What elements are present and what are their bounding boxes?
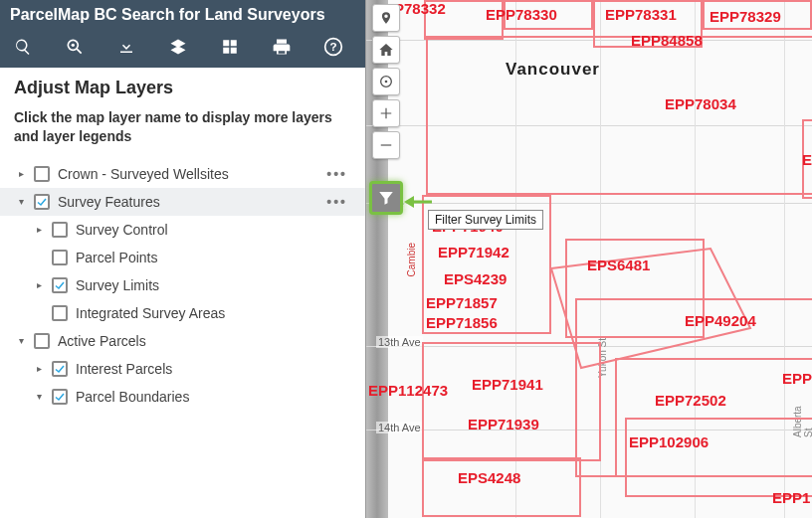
parcel-label: EPP78331 bbox=[605, 6, 677, 23]
filter-icon bbox=[377, 189, 395, 207]
parcel-label: EPP49204 bbox=[685, 312, 756, 329]
parcel-label: EPP71942 bbox=[438, 244, 509, 260]
layer-row[interactable]: ▸Interest Parcels bbox=[14, 355, 351, 383]
svg-point-10 bbox=[385, 81, 388, 84]
parcel-label: EPP84858 bbox=[631, 32, 703, 49]
layer-label[interactable]: Survey Limits bbox=[76, 277, 351, 293]
layers-icon[interactable] bbox=[167, 36, 189, 58]
download-icon[interactable] bbox=[115, 36, 137, 58]
layer-label[interactable]: Parcel Boundaries bbox=[76, 389, 351, 405]
svg-marker-13 bbox=[404, 196, 414, 208]
layer-checkbox[interactable] bbox=[34, 333, 50, 349]
parcel-label: EPP102906 bbox=[629, 433, 709, 450]
layer-checkbox[interactable] bbox=[52, 222, 68, 238]
parcel-label: EPP78330 bbox=[486, 6, 557, 23]
parcel-outline bbox=[422, 457, 581, 517]
search-icon[interactable] bbox=[12, 36, 34, 58]
parcel-label: EPP78034 bbox=[665, 95, 736, 112]
parcel-label: EPS4239 bbox=[444, 270, 507, 287]
parcel-label: EPP71857 bbox=[426, 294, 498, 311]
parcel-label: EPP71941 bbox=[472, 376, 543, 393]
svg-marker-8 bbox=[551, 249, 750, 368]
layer-label[interactable]: Integrated Survey Areas bbox=[76, 305, 351, 321]
panel-heading: Adjust Map Layers bbox=[14, 78, 351, 98]
street-label: Cambie bbox=[406, 243, 417, 276]
zoom-in-button[interactable] bbox=[372, 99, 400, 127]
print-icon[interactable] bbox=[271, 36, 293, 58]
parcel-label: EPP71939 bbox=[468, 416, 539, 432]
svg-rect-2 bbox=[223, 40, 229, 46]
toolbar: ? bbox=[0, 30, 365, 68]
filter-tooltip: Filter Survey Limits bbox=[428, 210, 543, 230]
parcel-label: EPP78329 bbox=[710, 8, 781, 25]
parcel-label: EPP72502 bbox=[655, 392, 726, 409]
svg-point-1 bbox=[72, 44, 75, 47]
layer-panel: Adjust Map Layers Click the map layer na… bbox=[0, 68, 365, 518]
locate-button[interactable] bbox=[372, 4, 400, 32]
svg-rect-4 bbox=[223, 48, 229, 54]
layer-row[interactable]: Integrated Survey Areas bbox=[14, 299, 351, 327]
map-canvas[interactable]: Vancouver 13th Ave 14th Ave 8th Ave Yuko… bbox=[366, 0, 812, 518]
layer-label[interactable]: Survey Features bbox=[58, 194, 326, 210]
left-panel: ParcelMap BC Search for Land Surveyors ?… bbox=[0, 0, 366, 518]
parcel-label: EPP112473 bbox=[368, 382, 448, 399]
layer-row[interactable]: ▸Crown - Surveyed Wellsites••• bbox=[14, 160, 351, 188]
layer-row[interactable]: ▾Parcel Boundaries bbox=[14, 383, 351, 411]
layer-label[interactable]: Parcel Points bbox=[76, 250, 351, 265]
parcel-label: E bbox=[802, 151, 812, 168]
layer-label[interactable]: Survey Control bbox=[76, 222, 351, 238]
help-icon[interactable]: ? bbox=[322, 36, 344, 58]
expand-icon[interactable]: ▸ bbox=[14, 168, 28, 179]
extent-button[interactable] bbox=[372, 68, 400, 95]
parcel-label: EPP1 bbox=[772, 489, 810, 506]
layer-row[interactable]: ▾Active Parcels bbox=[14, 327, 351, 355]
callout-arrow-icon bbox=[404, 193, 434, 211]
layer-label[interactable]: Interest Parcels bbox=[76, 361, 351, 377]
street-label: 14th Ave bbox=[376, 422, 423, 433]
parcel-outline bbox=[426, 36, 812, 195]
parcel-label: EPS6481 bbox=[587, 257, 650, 273]
svg-rect-11 bbox=[381, 144, 392, 145]
expand-icon[interactable]: ▸ bbox=[32, 363, 46, 374]
layer-row[interactable]: ▸Survey Limits bbox=[14, 271, 351, 299]
svg-rect-5 bbox=[231, 48, 237, 54]
layer-checkbox[interactable] bbox=[52, 250, 68, 265]
layer-row[interactable]: Parcel Points bbox=[14, 244, 351, 271]
grid-icon[interactable] bbox=[219, 36, 241, 58]
layer-checkbox[interactable] bbox=[34, 194, 50, 210]
expand-icon[interactable]: ▸ bbox=[32, 279, 46, 290]
layer-checkbox[interactable] bbox=[52, 389, 68, 405]
layer-menu-button[interactable]: ••• bbox=[326, 194, 351, 210]
layer-checkbox[interactable] bbox=[52, 305, 68, 321]
layer-checkbox[interactable] bbox=[52, 361, 68, 377]
parcel-outline bbox=[625, 418, 812, 497]
layer-label[interactable]: Crown - Surveyed Wellsites bbox=[58, 166, 326, 182]
zoom-out-button[interactable] bbox=[372, 131, 400, 159]
expand-icon[interactable]: ▸ bbox=[32, 224, 46, 235]
app-title: ParcelMap BC Search for Land Surveyors bbox=[0, 0, 365, 30]
layer-menu-button[interactable]: ••• bbox=[326, 166, 351, 182]
parcel-label: EPS4248 bbox=[458, 469, 520, 486]
filter-survey-limits-button[interactable] bbox=[369, 181, 403, 215]
layer-label[interactable]: Active Parcels bbox=[58, 333, 351, 349]
layer-checkbox[interactable] bbox=[34, 166, 50, 182]
home-button[interactable] bbox=[372, 36, 400, 64]
street-label: 13th Ave bbox=[376, 336, 423, 348]
layer-checkbox[interactable] bbox=[52, 277, 68, 293]
parcel-label: EPP1 bbox=[782, 370, 812, 387]
layer-row[interactable]: ▾Survey Features••• bbox=[0, 188, 365, 216]
svg-rect-3 bbox=[231, 40, 237, 46]
parcel-label: EPP71856 bbox=[426, 314, 498, 331]
panel-subheading: Click the map layer name to display more… bbox=[14, 108, 351, 146]
layer-row[interactable]: ▸Survey Control bbox=[14, 216, 351, 244]
collapse-icon[interactable]: ▾ bbox=[14, 196, 28, 207]
collapse-icon[interactable]: ▾ bbox=[32, 391, 46, 402]
identify-icon[interactable] bbox=[64, 36, 86, 58]
collapse-icon[interactable]: ▾ bbox=[14, 335, 28, 346]
svg-text:?: ? bbox=[329, 40, 336, 53]
